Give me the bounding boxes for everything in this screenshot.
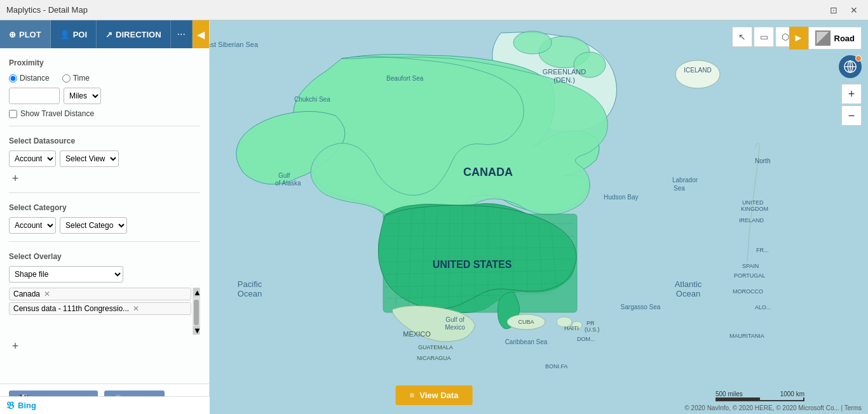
svg-text:CANADA: CANADA (463, 166, 513, 178)
bing-logo: 𝔅 (6, 400, 14, 411)
svg-text:IRELAND: IRELAND (739, 217, 764, 224)
time-label: Time (73, 74, 90, 83)
tab-more[interactable]: ··· (171, 20, 193, 48)
cursor-tool-button[interactable]: ↖ (732, 27, 752, 47)
scale-bar: 500 miles 1000 km (715, 391, 804, 401)
svg-text:GUATEMALA: GUATEMALA (418, 344, 453, 351)
svg-text:UNITED: UNITED (742, 199, 764, 206)
svg-point-28 (675, 60, 720, 88)
svg-text:GREENLAND: GREENLAND (543, 68, 587, 76)
restore-button[interactable]: ⊡ (826, 4, 841, 17)
bing-bar: 𝔅 Bing (0, 396, 210, 414)
overlay-census-remove[interactable]: ✕ (133, 304, 139, 313)
map-type-text: Road (834, 34, 855, 43)
add-overlay-button[interactable]: + (9, 340, 22, 352)
overlay-canada-remove[interactable]: ✕ (44, 290, 50, 298)
svg-text:Hudson Bay: Hudson Bay (604, 194, 638, 201)
svg-text:Gulf of: Gulf of (445, 316, 465, 323)
rectangle-tool-button[interactable]: ▭ (754, 27, 774, 47)
tab-poi[interactable]: 👤 POI (51, 20, 97, 48)
svg-point-2 (513, 31, 552, 54)
titlebar: Maplytics - Detail Map ⊡ ✕ (0, 0, 868, 20)
svg-text:Chukchi Sea: Chukchi Sea (294, 96, 330, 103)
app-title: Maplytics - Detail Map (6, 5, 88, 15)
time-radio[interactable] (62, 74, 71, 83)
view-data-label: View Data (419, 391, 458, 400)
svg-text:(U.S.): (U.S.) (585, 326, 600, 333)
map-type-arrow[interactable]: ► (789, 27, 808, 50)
proximity-type-group: Distance Time (9, 74, 200, 83)
map-type-toggle[interactable]: ► Road (789, 27, 862, 50)
distance-radio-label[interactable]: Distance (9, 74, 50, 83)
svg-text:PR: PR (587, 320, 595, 326)
select-category-select[interactable]: Select Catego (60, 217, 127, 234)
zoom-controls: + − (841, 84, 862, 126)
shape-file-row: Shape file Custom (9, 266, 200, 283)
distance-input[interactable] (9, 88, 60, 104)
overlay-scrollbar[interactable]: ▲ ▼ (193, 288, 200, 335)
datasource-row: Account Contact Lead Select View (9, 150, 200, 167)
zoom-in-button[interactable]: + (841, 84, 862, 104)
svg-text:KINGDOM: KINGDOM (741, 206, 768, 212)
account-select[interactable]: Account Contact Lead (9, 150, 56, 167)
svg-text:MAURITANIA: MAURITANIA (729, 333, 764, 339)
scroll-up-arrow[interactable]: ▲ (193, 288, 200, 297)
tab-direction-label: DIRECTION (116, 30, 161, 39)
zoom-out-button[interactable]: − (841, 105, 862, 126)
category-account-select[interactable]: Account (9, 217, 56, 234)
close-button[interactable]: ✕ (846, 4, 862, 17)
distance-radio[interactable] (9, 74, 17, 83)
scale-1000-label: 1000 km (780, 391, 804, 397)
svg-text:Sargasso Sea: Sargasso Sea (621, 304, 661, 310)
show-travel-distance-row: Show Travel Distance (9, 109, 200, 118)
svg-text:ALO...: ALO... (755, 304, 771, 310)
svg-text:ICELAND: ICELAND (684, 67, 711, 74)
proximity-label: Proximity (9, 58, 200, 67)
svg-text:UNITED STATES: UNITED STATES (433, 259, 512, 270)
svg-text:Ocean: Ocean (238, 289, 262, 298)
overlay-item-canada: Canada ✕ (9, 288, 191, 300)
overlay-item-census: Census data - 111th Congressio... ✕ (9, 302, 191, 315)
svg-text:East Siberian Sea: East Siberian Sea (202, 41, 259, 48)
time-radio-label[interactable]: Time (62, 74, 90, 83)
svg-text:Beaufort Sea: Beaufort Sea (386, 75, 424, 82)
svg-text:Ocean: Ocean (676, 289, 700, 298)
svg-text:Caribbean Sea: Caribbean Sea (505, 338, 548, 345)
svg-text:BONI.FA: BONI.FA (545, 363, 568, 370)
show-travel-distance-label: Show Travel Distance (20, 109, 94, 118)
window-controls: ⊡ ✕ (826, 4, 862, 17)
globe-indicator (855, 55, 862, 62)
overlay-items-container: Canada ✕ Census data - 111th Congressio.… (9, 288, 200, 335)
svg-text:North: North (755, 157, 770, 164)
svg-text:(DEN.): (DEN.) (553, 76, 575, 84)
scroll-down-arrow[interactable]: ▼ (193, 326, 200, 335)
add-datasource-button[interactable]: + (9, 172, 22, 185)
globe-button[interactable] (839, 55, 862, 78)
tab-direction[interactable]: ↗ DIRECTION (97, 20, 171, 48)
scroll-thumb[interactable] (194, 300, 199, 325)
select-overlay-label: Select Overlay (9, 252, 200, 261)
overlay-census-label: Census data - 111th Congressio... (13, 304, 129, 313)
svg-text:FR...: FR... (756, 247, 769, 253)
svg-text:SPAIN: SPAIN (742, 263, 759, 269)
miles-select[interactable]: Miles Km (64, 88, 101, 104)
shape-file-select[interactable]: Shape file Custom (9, 266, 123, 283)
left-panel: ⊕ PLOT 👤 POI ↗ DIRECTION ··· ◀ Proximity… (0, 20, 210, 414)
select-view-select[interactable]: Select View (60, 150, 119, 167)
tab-plot[interactable]: ⊕ PLOT (0, 20, 51, 48)
svg-text:of Alaska: of Alaska (275, 180, 301, 187)
select-category-label: Select Category (9, 203, 200, 212)
view-data-icon: ≡ (410, 391, 415, 400)
svg-text:Atlantic: Atlantic (675, 279, 702, 289)
panel-collapse-arrow[interactable]: ◀ (193, 20, 209, 48)
select-datasource-label: Select Datasource (9, 137, 200, 145)
svg-text:Pacific: Pacific (238, 279, 262, 289)
scale-labels: 500 miles 1000 km (715, 391, 804, 397)
scale-line (715, 397, 804, 401)
overlay-canada-label: Canada (13, 290, 40, 298)
svg-text:MOROCCO: MOROCCO (733, 288, 763, 295)
poi-icon: 👤 (60, 30, 70, 39)
svg-text:HAITI: HAITI (564, 325, 579, 331)
view-data-button[interactable]: ≡ View Data (396, 385, 473, 405)
show-travel-distance-checkbox[interactable] (9, 110, 17, 118)
